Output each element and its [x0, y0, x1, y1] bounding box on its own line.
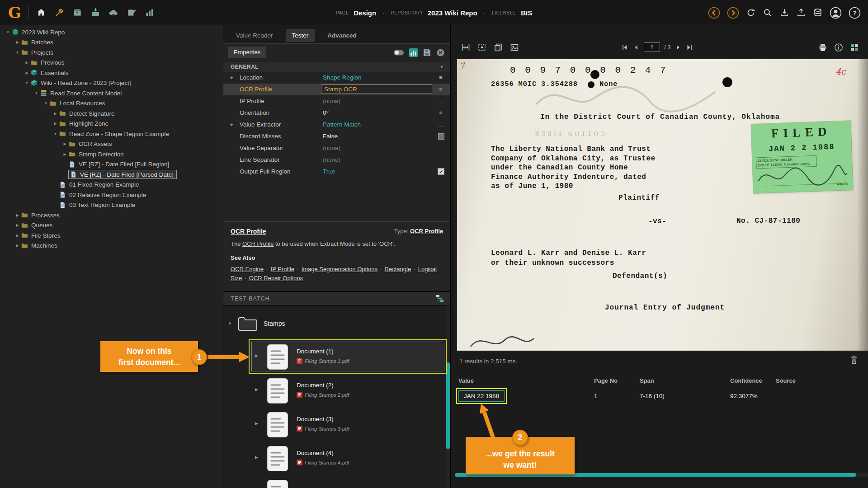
tree-item-batches[interactable]: ▶Batches — [0, 38, 223, 48]
result-value[interactable]: JAN 22 1988 — [458, 390, 505, 402]
property-row-output-full-region[interactable]: Output Full RegionTrue✔ — [223, 166, 450, 178]
property-row-orientation[interactable]: Orientation0°≡ — [223, 107, 450, 119]
tree-item-01-fixed-region-example[interactable]: 01 Fixed Region Example — [0, 180, 223, 190]
see-also-link-ocr-repair-options[interactable]: OCR Repair Options — [249, 275, 303, 282]
expander-right-icon[interactable]: ▶ — [255, 387, 258, 392]
tree-item-ve-rz-date-filed-parsed-date[interactable]: VE [RZ] - Date Filed [Parsed Date] — [0, 169, 223, 180]
upload-icon[interactable] — [796, 8, 806, 18]
batch-tree-icon[interactable] — [436, 295, 444, 303]
help-icon[interactable]: ? — [849, 7, 861, 19]
expander-right-icon[interactable]: ▶ — [61, 152, 68, 156]
see-also-link-ocr-engine[interactable]: OCR Engine — [231, 266, 264, 272]
print-icon[interactable] — [818, 43, 827, 52]
page-number-input[interactable] — [644, 42, 660, 52]
info-icon[interactable] — [834, 43, 843, 52]
import-icon[interactable] — [90, 8, 100, 18]
copy-icon[interactable] — [494, 43, 503, 52]
property-value[interactable]: Shape Region — [323, 72, 362, 84]
page-value[interactable]: Design — [354, 9, 376, 17]
results-table-row[interactable]: JAN 22 198817-16 (10)92.3077% — [455, 388, 868, 404]
fit-icon[interactable] — [461, 43, 470, 52]
property-row-value-separator[interactable]: Value Separator(none) — [223, 142, 450, 154]
previous-page-icon[interactable] — [632, 44, 640, 51]
back-icon[interactable] — [708, 7, 720, 19]
layout-icon[interactable] — [850, 43, 859, 52]
property-row-ip-profile[interactable]: IP Profile(none)≡ — [223, 95, 450, 107]
tools-icon[interactable] — [54, 8, 64, 18]
expander-down-icon[interactable]: ▼ — [5, 30, 11, 34]
expander-down-icon[interactable]: ▼ — [42, 101, 49, 105]
tree-item-local-resources[interactable]: ▼Local Resources — [0, 99, 223, 109]
property-row-value-extractor[interactable]: ▶Value ExtractorPattern Match… — [223, 119, 450, 131]
property-value[interactable]: 0° — [323, 107, 329, 119]
tree-item-stamp-detection[interactable]: ▶Stamp Detection — [0, 149, 223, 160]
repository-value[interactable]: 2023 Wiki Repo — [428, 9, 477, 17]
search-icon[interactable] — [763, 8, 773, 18]
expander-right-icon[interactable]: ▶ — [14, 223, 21, 227]
edit-icon[interactable] — [127, 8, 137, 18]
download-icon[interactable] — [779, 8, 789, 18]
app-logo[interactable]: G — [8, 0, 21, 25]
tree-item-machines[interactable]: ▶Machines — [0, 241, 223, 251]
general-section-header[interactable]: GENERAL ▼ — [223, 62, 450, 72]
see-also-link-rectangle[interactable]: Rectangle — [385, 266, 411, 272]
property-value[interactable]: Pattern Match — [323, 119, 361, 131]
menu-icon[interactable]: ≡ — [437, 109, 445, 117]
expander-down-icon[interactable]: ▼ — [52, 132, 59, 136]
expander-right-icon[interactable]: ▶ — [24, 61, 30, 65]
property-value[interactable]: (none) — [323, 142, 340, 154]
tree-item-02-relative-region-example[interactable]: 02 Relative Region Example — [0, 190, 223, 200]
expander-right-icon[interactable]: ▶ — [255, 353, 258, 358]
property-value[interactable]: (none) — [323, 95, 340, 107]
chart-icon[interactable] — [409, 48, 418, 57]
expander-right-icon[interactable]: ▶ — [52, 122, 59, 126]
scrollbar-thumb[interactable] — [446, 362, 450, 449]
see-also-link-image-segmentation-options[interactable]: Image Segmentation Options — [302, 266, 377, 272]
user-icon[interactable] — [830, 7, 842, 19]
expander-right-icon[interactable]: ▶ — [14, 244, 21, 248]
image-icon[interactable] — [510, 43, 519, 52]
layers-icon[interactable] — [813, 8, 823, 18]
expander-right-icon[interactable]: ▶ — [52, 112, 59, 116]
scanned-document[interactable]: 7 0 0 9 7 0 0 0 0 2 4 7 4c 26356 MGIC 3.… — [455, 59, 868, 351]
save-icon[interactable] — [423, 48, 431, 57]
property-row-location[interactable]: ▶LocationShape Region≡ — [223, 72, 450, 84]
property-row-discard-misses[interactable]: Discard MissesFalse — [223, 131, 450, 142]
close-icon[interactable] — [436, 48, 445, 57]
tree-selection[interactable]: VE [RZ] - Date Filed [Parsed Date] — [68, 170, 177, 179]
forward-icon[interactable] — [727, 7, 739, 19]
tree-item-ve-rz-date-filed-full-region[interactable]: VE [RZ] - Date Filed [Full Region] — [0, 160, 223, 170]
list-item-document-2[interactable]: ▶Document (2)Filing Stamps 2.pdf — [223, 375, 450, 408]
clear-results-icon[interactable] — [850, 355, 858, 365]
tree-item-03-text-region-example[interactable]: 03 Text Region Example — [0, 200, 223, 211]
expander-right-icon[interactable]: ▶ — [255, 421, 258, 426]
expander-right-icon[interactable]: ▶ — [24, 71, 30, 75]
tree-item-processes[interactable]: ▶Processes — [0, 210, 223, 221]
tree-item-highlight-zone[interactable]: ▶Highlight Zone — [0, 119, 223, 129]
property-row-ocr-profile[interactable]: OCR ProfileStamp OCR≡ — [223, 84, 450, 95]
menu-icon[interactable]: ≡ — [437, 85, 445, 94]
batch-icon[interactable] — [72, 8, 82, 18]
expander-down-icon[interactable]: ▼ — [24, 81, 30, 85]
expander-right-icon[interactable]: ▶ — [61, 142, 68, 146]
tree-item-2023-wiki-repo[interactable]: ▼2023 Wiki Repo — [0, 27, 223, 38]
property-value-input[interactable]: Stamp OCR — [321, 84, 432, 94]
help-type-link[interactable]: OCR Profile — [410, 228, 443, 235]
list-item-document-1[interactable]: ▶Document (1)Filing Stamps 1.pdf — [223, 341, 450, 375]
property-value[interactable]: (none) — [323, 154, 340, 166]
list-item-document-4[interactable]: ▶Document (4)Filing Stamps 4.pdf — [223, 442, 450, 476]
property-value[interactable]: True — [323, 166, 335, 178]
tree-item-ocr-assets[interactable]: ▶OCR Assets — [0, 139, 223, 150]
help-desc-link[interactable]: OCR Profile — [242, 240, 274, 247]
expander-down-icon[interactable]: ▼ — [33, 91, 40, 95]
see-also-link-ip-profile[interactable]: IP Profile — [271, 266, 295, 272]
list-item-document-3[interactable]: ▶Document (3)Filing Stamps 3.pdf — [223, 408, 450, 442]
expander-down-icon[interactable]: ▼ — [228, 321, 234, 326]
tree-item-queues[interactable]: ▶Queues — [0, 221, 223, 231]
list-item-partial[interactable] — [223, 476, 450, 488]
menu-icon[interactable]: ≡ — [437, 74, 445, 82]
region-icon[interactable] — [477, 43, 486, 52]
checkbox-checked[interactable]: ✔ — [438, 168, 444, 175]
tree-item-wiki-read-zone-2023-project[interactable]: ▼Wiki - Read Zone - 2023 [Project] — [0, 78, 223, 89]
expander-right-icon[interactable]: ▶ — [14, 40, 21, 44]
